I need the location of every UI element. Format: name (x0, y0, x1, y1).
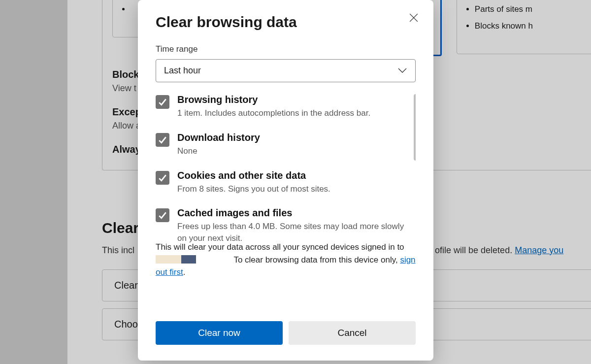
cancel-button[interactable]: Cancel (289, 321, 416, 345)
checkmark-icon (158, 173, 167, 182)
redacted-account (156, 255, 181, 264)
clear-now-button[interactable]: Clear now (156, 321, 283, 345)
checkmark-icon (158, 211, 167, 220)
checkmark-icon (158, 98, 167, 106)
data-type-row: Browsing history 1 item. Includes autoco… (156, 94, 406, 119)
data-type-row: Cookies and other site data From 8 sites… (156, 170, 406, 195)
time-range-value: Last hour (164, 66, 201, 76)
download-history-checkbox[interactable] (156, 133, 169, 147)
redacted-account (196, 255, 231, 264)
chevron-down-icon (397, 66, 407, 76)
close-button[interactable] (405, 9, 423, 27)
checkmark-icon (158, 135, 167, 144)
scrollbar-thumb[interactable] (414, 94, 416, 161)
redacted-account (181, 255, 196, 264)
data-type-title: Cookies and other site data (177, 170, 330, 181)
clear-browsing-data-dialog: Clear browsing data Time range Last hour… (138, 0, 433, 361)
data-type-subtitle: Frees up less than 4.0 MB. Some sites ma… (177, 221, 406, 244)
data-type-row: Download history None (156, 132, 406, 157)
cached-images-checkbox[interactable] (156, 208, 169, 222)
data-type-subtitle: From 8 sites. Signs you out of most site… (177, 183, 330, 195)
close-icon (409, 13, 418, 22)
data-type-row: Cached images and files Frees up less th… (156, 207, 406, 244)
data-type-list: Browsing history 1 item. Includes autoco… (156, 94, 416, 247)
time-range-select[interactable]: Last hour (156, 59, 416, 82)
data-type-title: Cached images and files (177, 207, 406, 219)
data-type-title: Download history (177, 132, 260, 143)
data-type-title: Browsing history (177, 94, 370, 105)
time-range-label: Time range (156, 44, 416, 54)
data-type-subtitle: None (177, 145, 260, 157)
dialog-title: Clear browsing data (156, 14, 416, 31)
data-type-subtitle: 1 item. Includes autocompletions in the … (177, 107, 370, 119)
cookies-checkbox[interactable] (156, 171, 169, 185)
browsing-history-checkbox[interactable] (156, 95, 169, 109)
